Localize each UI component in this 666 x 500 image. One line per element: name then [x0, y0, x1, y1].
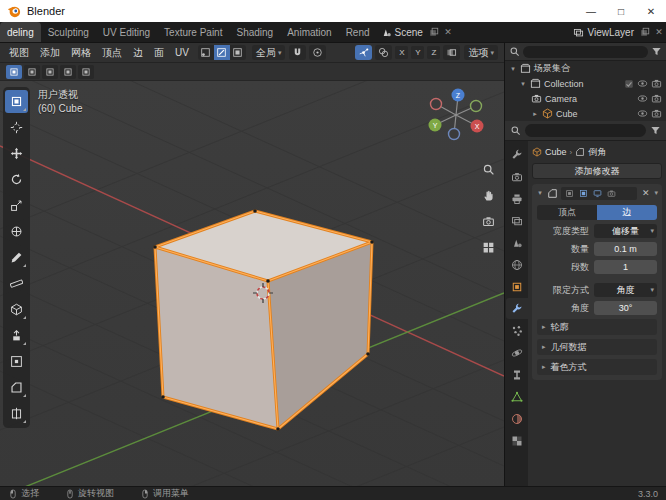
filter-funnel-icon[interactable] [650, 125, 661, 136]
menu-face[interactable]: 面 [149, 46, 169, 60]
maximize-button[interactable]: □ [606, 0, 636, 22]
disable-render-camera-icon[interactable] [651, 78, 662, 89]
select-op-extend-button[interactable] [24, 65, 40, 79]
hide-eye-icon[interactable] [637, 93, 648, 104]
scene-unlink-button[interactable]: ✕ [441, 22, 455, 42]
segments-field[interactable]: 1 [594, 260, 657, 274]
tool-rotate[interactable] [5, 168, 28, 191]
select-mode-edge-button[interactable] [214, 45, 230, 60]
tool-loop-cut[interactable] [5, 402, 28, 425]
hide-eye-icon[interactable] [637, 108, 648, 119]
menu-mesh[interactable]: 网格 [66, 46, 96, 60]
angle-field[interactable]: 30° [594, 301, 657, 315]
select-mode-vertex-button[interactable] [198, 45, 214, 60]
tool-inset-faces[interactable] [5, 350, 28, 373]
tab-modifiers[interactable] [506, 298, 528, 319]
outliner-row-scene-collection[interactable]: ▾ 场景集合 [505, 61, 666, 76]
properties-search-input[interactable] [525, 124, 646, 137]
workspace-tab-uv-editing[interactable]: UV Editing [96, 22, 157, 42]
tab-scene[interactable] [506, 232, 528, 253]
section-shading[interactable]: ▸ 着色方式 [537, 359, 657, 375]
tab-material[interactable] [506, 408, 528, 429]
tab-output[interactable] [506, 188, 528, 209]
tab-texture[interactable] [506, 430, 528, 451]
workspace-tab-rendering[interactable]: Rend [339, 22, 377, 42]
outliner-row-camera[interactable]: Camera [505, 91, 666, 106]
gizmo-y-negative[interactable] [471, 101, 482, 112]
section-geometry[interactable]: ▸ 几何数据 [537, 339, 657, 355]
expand-arrow-icon[interactable]: ▸ [531, 110, 539, 118]
select-op-intersect-button[interactable] [78, 65, 94, 79]
tool-transform[interactable] [5, 220, 28, 243]
mirror-x-button[interactable]: X [395, 46, 408, 59]
menu-edge[interactable]: 边 [128, 46, 148, 60]
tab-world[interactable] [506, 254, 528, 275]
viewport[interactable]: X Y Z 用户透视 (60) Cube [0, 81, 504, 486]
tab-render[interactable] [506, 166, 528, 187]
modifier-extras-menu[interactable]: ▾ [654, 189, 658, 197]
tab-tool[interactable] [506, 144, 528, 165]
gizmo-z-negative[interactable] [449, 129, 460, 140]
view-layer-new-button[interactable] [638, 22, 652, 42]
xray-toggle-button[interactable] [443, 45, 460, 60]
view-layer-remove-button[interactable]: ✕ [652, 22, 666, 42]
section-profile[interactable]: ▸ 轮廓 [537, 319, 657, 335]
amount-field[interactable]: 0.1 m [594, 242, 657, 256]
limit-method-dropdown[interactable]: 角度 ▾ [594, 283, 657, 297]
modifier-close-button[interactable]: ✕ [640, 188, 652, 198]
select-op-set-button[interactable] [6, 65, 22, 79]
workspace-tab-texture-paint[interactable]: Texture Paint [157, 22, 229, 42]
tool-annotate[interactable] [5, 246, 28, 269]
viewport-canvas[interactable]: X Y Z [0, 81, 504, 486]
tool-scale[interactable] [5, 194, 28, 217]
select-mode-face-button[interactable] [230, 45, 246, 60]
minimize-button[interactable]: — [576, 0, 606, 22]
mesh-options-dropdown[interactable]: 选项 ▾ [464, 45, 498, 60]
filter-funnel-icon[interactable] [651, 46, 662, 57]
expand-arrow-icon[interactable]: ▾ [509, 65, 517, 73]
workspace-tab-shading[interactable]: Shading [229, 22, 280, 42]
disable-render-camera-icon[interactable] [651, 93, 662, 104]
disable-render-camera-icon[interactable] [651, 108, 662, 119]
panel-expand-icon[interactable]: ▾ [536, 189, 544, 197]
proportional-editing-button[interactable] [309, 45, 326, 60]
mirror-y-button[interactable]: Y [411, 46, 424, 59]
tab-object[interactable] [506, 276, 528, 297]
gizmo-x-negative[interactable] [431, 99, 442, 110]
on-cage-toggle[interactable] [563, 187, 575, 199]
select-op-invert-button[interactable] [60, 65, 76, 79]
render-toggle[interactable] [605, 187, 617, 199]
scene-new-button[interactable] [427, 22, 441, 42]
tool-measure[interactable] [5, 272, 28, 295]
edit-mode-toggle[interactable] [577, 187, 589, 199]
modifier-name-field[interactable] [561, 187, 637, 200]
zoom-button[interactable] [480, 161, 497, 178]
menu-uv[interactable]: UV [170, 47, 194, 58]
tool-move[interactable] [5, 142, 28, 165]
realtime-toggle[interactable] [591, 187, 603, 199]
outliner-row-cube[interactable]: ▸ Cube [505, 106, 666, 121]
hide-eye-icon[interactable] [637, 78, 648, 89]
snap-toggle-button[interactable] [289, 45, 306, 60]
pan-button[interactable] [480, 187, 497, 204]
checkbox-icon[interactable] [624, 79, 634, 89]
menu-add[interactable]: 添加 [35, 46, 65, 60]
tab-view-layer[interactable] [506, 210, 528, 231]
tab-constraints[interactable] [506, 364, 528, 385]
add-modifier-button[interactable]: 添加修改器 [532, 163, 662, 179]
tab-physics[interactable] [506, 342, 528, 363]
menu-vertex[interactable]: 顶点 [97, 46, 127, 60]
tool-extrude-region[interactable] [5, 324, 28, 347]
tool-add-cube[interactable] [5, 298, 28, 321]
mirror-z-button[interactable]: Z [427, 46, 440, 59]
cube-mesh[interactable] [153, 209, 374, 431]
toggle-perspective-button[interactable] [480, 239, 497, 256]
breadcrumb-modifier[interactable]: 倒角 [575, 146, 606, 159]
breadcrumb-object[interactable]: Cube [532, 147, 567, 157]
navigation-gizmo[interactable]: X Y Z [429, 89, 484, 140]
show-gizmo-button[interactable] [355, 45, 372, 60]
menu-view[interactable]: 视图 [4, 46, 34, 60]
view-layer-selector[interactable]: ViewLayer [569, 22, 638, 42]
tab-object-data[interactable] [506, 386, 528, 407]
close-button[interactable]: ✕ [636, 0, 666, 22]
